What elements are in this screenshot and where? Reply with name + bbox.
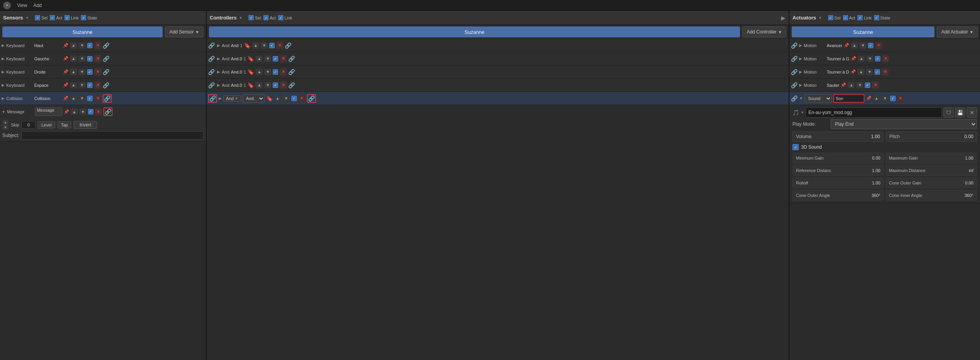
ctrl4-link-left[interactable]: 🔗 bbox=[208, 94, 217, 103]
sauter-cb[interactable]: ✓ bbox=[865, 83, 870, 88]
ctrl2-up[interactable]: ▲ bbox=[256, 69, 263, 75]
act-act-label[interactable]: ✓Act bbox=[843, 15, 856, 20]
act-act-cb[interactable]: ✓ bbox=[843, 15, 848, 20]
collision-del[interactable]: ✕ bbox=[94, 95, 101, 102]
sound-del[interactable]: ✕ bbox=[897, 95, 904, 102]
sensors-sel-cb[interactable]: ✓ bbox=[35, 15, 40, 20]
tourner-g-expand[interactable]: ▶ bbox=[799, 56, 802, 61]
invert-btn[interactable]: Invert bbox=[74, 121, 97, 129]
ctrl2-expand[interactable]: ▶ bbox=[217, 70, 220, 74]
sensors-state-label[interactable]: ✓State bbox=[81, 15, 97, 20]
ctrl2-cb[interactable]: ✓ bbox=[273, 69, 278, 75]
gauche-link[interactable]: 🔗 bbox=[103, 56, 109, 62]
sensors-dropdown-icon[interactable]: ▼ bbox=[25, 16, 29, 20]
sound-shield-btn[interactable]: 🛡 bbox=[943, 107, 954, 118]
message-link[interactable]: 🔗 bbox=[103, 107, 112, 116]
pitch-field[interactable]: Pitch 0.00 bbox=[886, 132, 977, 142]
act-state-cb[interactable]: ✓ bbox=[874, 15, 879, 20]
avancer-pin[interactable]: 📌 bbox=[844, 43, 849, 48]
sauter-expand[interactable]: ▶ bbox=[799, 83, 802, 87]
ctrl-sel-label[interactable]: ✓Sel bbox=[249, 15, 261, 20]
tourner-d-pin[interactable]: 📌 bbox=[850, 69, 856, 74]
act-sel-cb[interactable]: ✓ bbox=[828, 15, 833, 20]
sauter-up[interactable]: ▲ bbox=[848, 82, 855, 88]
ctrl3-down[interactable]: ▼ bbox=[264, 82, 271, 88]
menu-add[interactable]: Add bbox=[33, 3, 42, 8]
play-mode-select[interactable]: Play End bbox=[831, 119, 977, 129]
sound-close-btn[interactable]: ✕ bbox=[967, 107, 977, 118]
collision-down[interactable]: ▼ bbox=[79, 95, 86, 102]
espace-down[interactable]: ▼ bbox=[79, 82, 86, 88]
sensors-link-label[interactable]: ✓Link bbox=[65, 15, 79, 20]
sound-type-select[interactable]: Sound bbox=[805, 94, 832, 103]
espace-del[interactable]: ✕ bbox=[94, 82, 101, 89]
tourner-d-down[interactable]: ▼ bbox=[866, 69, 873, 75]
gain-min[interactable]: Minimum Gain 0.00 bbox=[792, 153, 884, 163]
droite-del[interactable]: ✕ bbox=[94, 68, 101, 76]
rolloff[interactable]: Rolloff 1.00 bbox=[792, 177, 884, 188]
avancer-cb[interactable]: ✓ bbox=[868, 43, 873, 48]
sound-cb[interactable]: ✓ bbox=[890, 96, 896, 101]
sound-pin[interactable]: 📌 bbox=[866, 96, 871, 101]
tap-btn[interactable]: Tap bbox=[58, 121, 72, 128]
tourner-d-link[interactable]: 🔗 bbox=[791, 69, 798, 75]
cone-outer-angle[interactable]: Cone Outer Angle 360° bbox=[792, 190, 884, 201]
act-dropdown-icon[interactable]: ▼ bbox=[819, 16, 822, 20]
act-suzanne-btn[interactable]: Suzanne bbox=[792, 26, 934, 37]
message-up[interactable]: ▲ bbox=[71, 109, 78, 115]
collision-cb[interactable]: ✓ bbox=[87, 96, 93, 101]
collision-pin[interactable]: 📌 bbox=[63, 96, 68, 101]
gain-max[interactable]: Maximum Gain 1.00 bbox=[885, 153, 977, 163]
tourner-g-down[interactable]: ▼ bbox=[866, 56, 873, 62]
ctrl3-link-right[interactable]: 🔗 bbox=[288, 82, 295, 88]
sensors-act-cb[interactable]: ✓ bbox=[50, 15, 55, 20]
droite-pin[interactable]: 📌 bbox=[63, 69, 68, 74]
avancer-del[interactable]: ✕ bbox=[875, 42, 882, 49]
sensors-add-btn[interactable]: Add Sensor▼ bbox=[165, 26, 203, 37]
tourner-g-pin[interactable]: 📌 bbox=[851, 56, 856, 61]
sound-link[interactable]: 🔗 bbox=[791, 95, 798, 102]
message-down[interactable]: ▼ bbox=[79, 109, 86, 115]
tourner-g-cb[interactable]: ✓ bbox=[875, 56, 880, 61]
max-dist[interactable]: Maximum Distance inf bbox=[885, 165, 977, 176]
tourner-d-expand[interactable]: ▶ bbox=[799, 70, 802, 74]
ctrl-add-btn[interactable]: Add Controller▼ bbox=[742, 26, 786, 37]
gauche-pin[interactable]: 📌 bbox=[63, 56, 68, 61]
sound-file-input[interactable] bbox=[806, 107, 942, 118]
ctrl-play-icon[interactable]: ▶ bbox=[781, 15, 785, 21]
ctrl1-link-right[interactable]: 🔗 bbox=[288, 56, 295, 62]
ctrl0-link-left[interactable]: 🔗 bbox=[208, 42, 215, 49]
sound-expand[interactable]: ▼ bbox=[799, 96, 803, 100]
ctrl4-name-select[interactable]: And. bbox=[243, 94, 265, 103]
ctrl4-expand[interactable]: ▶ bbox=[219, 96, 222, 100]
ctrl2-down[interactable]: ▼ bbox=[264, 69, 271, 75]
collision-link[interactable]: 🔗 bbox=[103, 94, 112, 103]
ctrl3-expand[interactable]: ▶ bbox=[217, 83, 220, 87]
ctrl1-down[interactable]: ▼ bbox=[264, 56, 271, 62]
ctrl1-expand[interactable]: ▶ bbox=[217, 56, 220, 61]
ctrl0-down[interactable]: ▼ bbox=[261, 42, 268, 49]
act-add-btn[interactable]: Add Actuator▼ bbox=[937, 26, 978, 37]
haut-expand[interactable]: ▶ bbox=[2, 43, 5, 47]
ctrl0-cb[interactable]: ✓ bbox=[269, 43, 275, 48]
ctrl3-up[interactable]: ▲ bbox=[256, 82, 263, 88]
ctrl4-type-select[interactable]: And▼ bbox=[223, 95, 241, 102]
haut-up[interactable]: ▲ bbox=[70, 42, 77, 49]
cone-inner-angle[interactable]: Cone Inner Angle 360° bbox=[885, 190, 977, 201]
ctrl-act-label[interactable]: ✓Act bbox=[263, 15, 276, 20]
message-type-select[interactable]: Message bbox=[35, 107, 62, 116]
droite-link[interactable]: 🔗 bbox=[103, 69, 109, 75]
sensors-suzanne-btn[interactable]: Suzanne bbox=[2, 26, 163, 37]
gauche-down[interactable]: ▼ bbox=[79, 56, 86, 62]
droite-down[interactable]: ▼ bbox=[79, 69, 86, 75]
sensors-link-cb[interactable]: ✓ bbox=[65, 15, 70, 20]
sensors-sel-label[interactable]: ✓Sel bbox=[35, 15, 47, 20]
ctrl4-down[interactable]: ▼ bbox=[283, 95, 290, 102]
haut-link[interactable]: 🔗 bbox=[103, 42, 109, 49]
message-del[interactable]: ✕ bbox=[95, 108, 102, 115]
haut-del[interactable]: ✕ bbox=[94, 42, 101, 49]
sauter-down[interactable]: ▼ bbox=[856, 82, 863, 88]
haut-cb[interactable]: ✓ bbox=[87, 43, 93, 48]
ctrl1-cb[interactable]: ✓ bbox=[273, 56, 278, 61]
act-link-cb[interactable]: ✓ bbox=[857, 15, 863, 20]
